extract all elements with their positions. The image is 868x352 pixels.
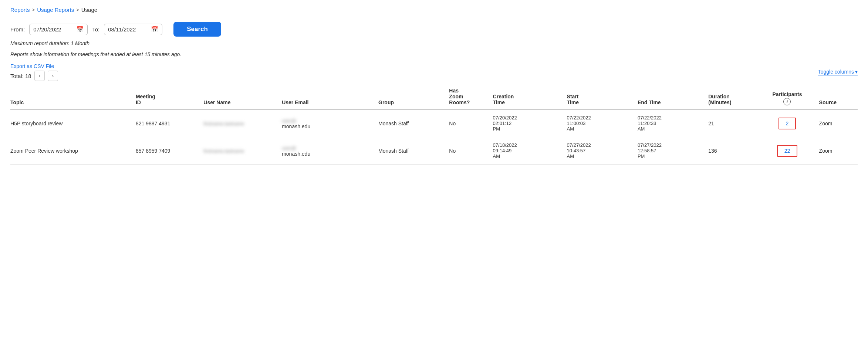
cell-has-zoom-rooms: No	[449, 137, 493, 165]
info-note: Reports show information for meetings th…	[10, 51, 858, 57]
total-label: Total: 18	[10, 73, 31, 79]
breadcrumb-usage-reports[interactable]: Usage Reports	[37, 7, 74, 13]
breadcrumb-sep2: >	[76, 7, 79, 13]
cell-creation-time: 07/18/2022 09:14:49 AM	[493, 137, 567, 165]
th-group: Group	[378, 84, 449, 109]
toggle-columns-button[interactable]: Toggle columns ▾	[818, 69, 858, 75]
breadcrumb-sep1: >	[32, 7, 35, 13]
cell-participants[interactable]: 2	[760, 109, 819, 137]
table-row: H5P storyboard review821 9887 4931firstn…	[10, 109, 858, 137]
cell-creation-time: 07/20/2022 02:01:12 PM	[493, 109, 567, 137]
cell-topic: H5P storyboard review	[10, 109, 136, 137]
cell-participants[interactable]: 22	[760, 137, 819, 165]
cell-end-time: 07/27/2022 12:58:57 PM	[638, 137, 708, 165]
from-label: From:	[10, 26, 25, 33]
th-has-zoom-rooms: HasZoomRooms?	[449, 84, 493, 109]
from-date-input[interactable]	[33, 26, 74, 33]
participants-highlighted-wrap: 2	[779, 118, 796, 129]
table-row: Zoom Peer Review workshop857 8959 7409fi…	[10, 137, 858, 165]
cell-duration: 136	[708, 137, 760, 165]
th-start-time: StartTime	[567, 84, 638, 109]
cell-topic: Zoom Peer Review workshop	[10, 137, 136, 165]
th-end-time: End Time	[638, 84, 708, 109]
prev-page-button[interactable]: ‹	[34, 71, 45, 81]
cell-user-email: user@monash.edu	[282, 137, 378, 165]
th-source: Source	[819, 84, 858, 109]
export-csv-link[interactable]: Export as CSV File	[10, 63, 58, 69]
th-participants: Participants i	[760, 84, 819, 109]
cell-start-time: 07/22/2022 11:00:03 AM	[567, 109, 638, 137]
cell-duration: 21	[708, 109, 760, 137]
cell-end-time: 07/22/2022 11:20:33 AM	[638, 109, 708, 137]
toolbar-row: Export as CSV File Total: 18 ‹ › Toggle …	[10, 63, 858, 81]
to-date-wrap: 📅	[104, 24, 162, 35]
from-calendar-icon[interactable]: 📅	[76, 26, 84, 33]
cell-user-name: firstname.lastname	[203, 109, 282, 137]
th-participants-label: Participants	[772, 91, 802, 97]
cell-user-name: firstname.lastname	[203, 137, 282, 165]
toggle-columns-label: Toggle columns	[818, 69, 854, 75]
cell-group: Monash Staff	[378, 137, 449, 165]
toolbar-left: Export as CSV File Total: 18 ‹ ›	[10, 63, 58, 81]
breadcrumb-reports[interactable]: Reports	[10, 7, 30, 13]
th-duration: Duration(Minutes)	[708, 84, 760, 109]
cell-source: Zoom	[819, 137, 858, 165]
cell-source: Zoom	[819, 109, 858, 137]
th-user-name: User Name	[203, 84, 282, 109]
breadcrumb: Reports > Usage Reports > Usage	[10, 7, 858, 13]
th-meeting-id: MeetingID	[136, 84, 203, 109]
from-date-wrap: 📅	[29, 24, 88, 35]
cell-group: Monash Staff	[378, 109, 449, 137]
cell-meeting-id: 857 8959 7409	[136, 137, 203, 165]
cell-start-time: 07/27/2022 10:43:57 AM	[567, 137, 638, 165]
max-duration-note: Maximum report duration: 1 Month	[10, 40, 858, 46]
th-topic: Topic	[10, 84, 136, 109]
usage-table: Topic MeetingID User Name User Email Gro…	[10, 84, 858, 165]
th-user-email: User Email	[282, 84, 378, 109]
participants-info-icon[interactable]: i	[783, 98, 791, 105]
to-calendar-icon[interactable]: 📅	[151, 26, 158, 33]
cell-has-zoom-rooms: No	[449, 109, 493, 137]
th-creation-time: CreationTime	[493, 84, 567, 109]
filter-row: From: 📅 To: 📅 Search	[10, 22, 858, 37]
participants-highlighted-wrap: 22	[777, 145, 798, 157]
toggle-columns-chevron: ▾	[855, 69, 858, 75]
participants-link[interactable]: 2	[786, 121, 789, 126]
participants-link[interactable]: 22	[784, 148, 790, 154]
cell-user-email: user@monash.edu	[282, 109, 378, 137]
total-row: Total: 18 ‹ ›	[10, 71, 58, 81]
to-label: To:	[92, 26, 99, 33]
search-button[interactable]: Search	[173, 22, 221, 37]
cell-meeting-id: 821 9887 4931	[136, 109, 203, 137]
next-page-button[interactable]: ›	[48, 71, 58, 81]
to-date-input[interactable]	[108, 26, 149, 33]
breadcrumb-current: Usage	[81, 7, 97, 13]
